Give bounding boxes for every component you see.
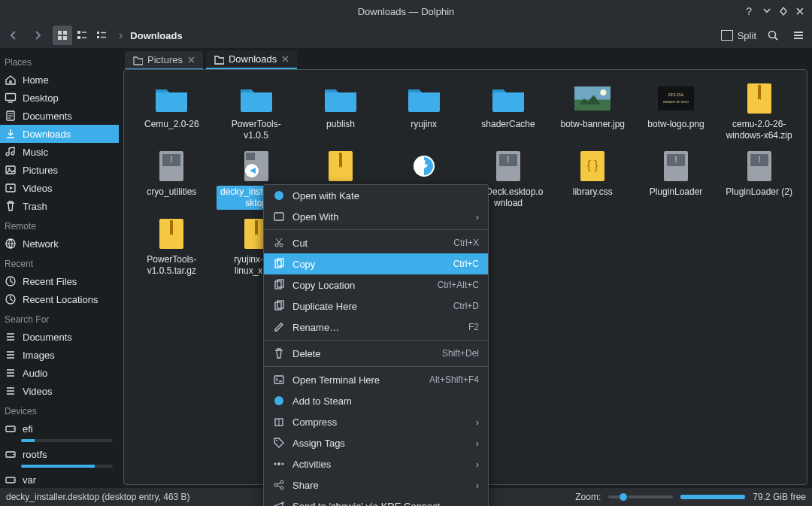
copy-icon	[273, 300, 285, 312]
menu-item-duplicate-here[interactable]: Duplicate HereCtrl+D	[264, 295, 488, 317]
sidebar-item-documents[interactable]: Documents	[0, 107, 119, 125]
sidebar-item-home[interactable]: Home	[0, 71, 119, 89]
menu-item-label: Open With	[292, 211, 338, 223]
sidebar-item-efi[interactable]: efi	[0, 420, 119, 438]
svg-point-60	[277, 462, 280, 465]
menu-item-label: Rename…	[292, 322, 339, 333]
menu-separator	[264, 366, 488, 367]
script-icon: !	[741, 151, 777, 181]
sidebar-item-images[interactable]: Images	[0, 346, 119, 364]
folder-icon	[238, 83, 274, 114]
menu-item-send-to-chewie-via-kde-connect[interactable]: Send to 'chewie' via KDE Connect	[264, 495, 488, 506]
menu-item-label: Open with Kate	[292, 190, 359, 201]
menu-item-label: Add to Steam	[292, 395, 352, 407]
view-mode-switcher	[53, 26, 111, 45]
svg-rect-13	[63, 36, 67, 40]
sidebar-item-videos[interactable]: Videos	[0, 179, 119, 197]
tab-downloads[interactable]: Downloads	[206, 50, 297, 69]
menu-item-open-terminal-here[interactable]: Open Terminal HereAlt+Shift+F4	[264, 369, 488, 390]
menu-item-copy[interactable]: CopyCtrl+C	[264, 253, 488, 274]
svg-text:ZELDA: ZELDA	[668, 92, 684, 97]
tag-icon	[273, 437, 285, 449]
sidebar-item-trash[interactable]: Trash	[0, 197, 119, 215]
close-button[interactable]	[792, 4, 807, 19]
sidebar-item-recent-locations[interactable]: Recent Locations	[0, 290, 119, 308]
menu-item-share[interactable]: Share›	[264, 474, 488, 495]
file-item[interactable]: cemu-2.0-26-windows-x64.zip	[717, 80, 801, 145]
sidebar-item-audio[interactable]: Audio	[0, 364, 119, 382]
menu-item-assign-tags[interactable]: Assign Tags›	[264, 432, 488, 453]
menu-item-label: Compress	[292, 417, 337, 428]
close-tab-icon[interactable]	[281, 55, 289, 63]
view-compact-button[interactable]	[72, 26, 92, 45]
view-details-button[interactable]	[92, 26, 111, 45]
menu-shortcut: Ctrl+Alt+C	[438, 280, 479, 290]
minimize-button[interactable]	[759, 4, 774, 19]
sidebar-item-var[interactable]: var	[0, 471, 119, 488]
cut-icon	[273, 237, 285, 249]
menu-item-delete[interactable]: DeleteShift+Del	[264, 343, 488, 364]
file-item[interactable]: { }library.css	[551, 148, 635, 213]
menu-item-activities[interactable]: Activities›	[264, 453, 488, 474]
menu-item-add-to-steam[interactable]: Add to Steam	[264, 390, 488, 411]
desktop-link-icon	[238, 151, 274, 181]
sidebar-item-label: var	[23, 474, 36, 486]
file-item[interactable]: PowerTools-v1.0.5.tar.gz	[130, 216, 214, 280]
tab-pictures[interactable]: Pictures	[125, 51, 203, 69]
sidebar-item-recent-files[interactable]: Recent Files	[0, 272, 119, 290]
svg-rect-11	[63, 31, 67, 35]
sidebar-item-downloads[interactable]: Downloads	[0, 125, 119, 143]
downloads-icon	[5, 128, 17, 140]
lines-icon	[5, 385, 17, 397]
search-button[interactable]	[764, 26, 782, 44]
menu-item-compress[interactable]: Compress›	[264, 411, 488, 432]
menu-separator	[264, 229, 488, 230]
menu-item-open-with[interactable]: Open With›	[264, 206, 488, 227]
lines-icon	[5, 331, 17, 343]
split-view-button[interactable]: Split	[721, 30, 756, 41]
sidebar-item-desktop[interactable]: Desktop	[0, 89, 119, 107]
sidebar-item-videos[interactable]: Videos	[0, 382, 119, 400]
sidebar-item-documents[interactable]: Documents	[0, 328, 119, 346]
help-button[interactable]: ?	[746, 0, 752, 23]
forward-button[interactable]	[29, 26, 47, 44]
sidebar-item-pictures[interactable]: Pictures	[0, 161, 119, 179]
maximize-button[interactable]	[776, 4, 791, 19]
breadcrumb-current[interactable]: Downloads	[130, 30, 182, 41]
pictures-icon	[5, 164, 17, 176]
zoom-slider[interactable]	[608, 495, 673, 498]
close-tab-icon[interactable]	[187, 56, 195, 64]
submenu-arrow-icon: ›	[476, 459, 479, 470]
folder-icon	[490, 83, 526, 114]
file-item[interactable]: PowerTools-v1.0.5	[214, 80, 299, 145]
zip-icon	[153, 219, 189, 249]
file-item[interactable]: botw-banner.jpg	[551, 80, 635, 145]
menu-item-cut[interactable]: CutCtrl+X	[264, 232, 488, 253]
menu-item-rename[interactable]: Rename…F2	[264, 317, 488, 338]
drive-icon	[5, 448, 17, 460]
file-item[interactable]: publish	[299, 80, 383, 145]
sidebar-item-label: Network	[23, 238, 59, 250]
file-item[interactable]: Cemu_2.0-26	[130, 80, 214, 145]
file-item[interactable]: !PluginLoader (2)	[717, 148, 801, 213]
sidebar-item-label: Videos	[23, 386, 53, 397]
file-item[interactable]: !PluginLoader	[635, 148, 718, 213]
share-icon	[273, 479, 285, 491]
sidebar-item-music[interactable]: Music	[0, 143, 119, 161]
file-item[interactable]: shaderCache	[465, 80, 551, 145]
menu-item-copy-location[interactable]: Copy LocationCtrl+Alt+C	[264, 274, 488, 295]
file-item[interactable]: ZELDABREATH OF WILDbotw-logo.png	[635, 80, 718, 145]
submenu-arrow-icon: ›	[476, 211, 479, 223]
file-item[interactable]: ryujinx	[382, 80, 465, 145]
back-button[interactable]	[5, 26, 23, 44]
desktop-download-icon	[406, 151, 442, 181]
sidebar-item-rootfs[interactable]: rootfs	[0, 445, 119, 463]
sidebar-item-network[interactable]: Network	[0, 235, 119, 253]
breadcrumb-separator-icon: ›	[119, 29, 123, 42]
sidebar-item-label: Recent Files	[23, 276, 77, 287]
view-icons-button[interactable]	[53, 26, 72, 45]
file-item[interactable]: !cryo_utilities	[130, 148, 214, 213]
menu-item-open-with-kate[interactable]: Open with Kate	[264, 185, 488, 206]
sidebar-heading: Remote	[0, 215, 119, 235]
menu-button[interactable]	[789, 26, 807, 44]
